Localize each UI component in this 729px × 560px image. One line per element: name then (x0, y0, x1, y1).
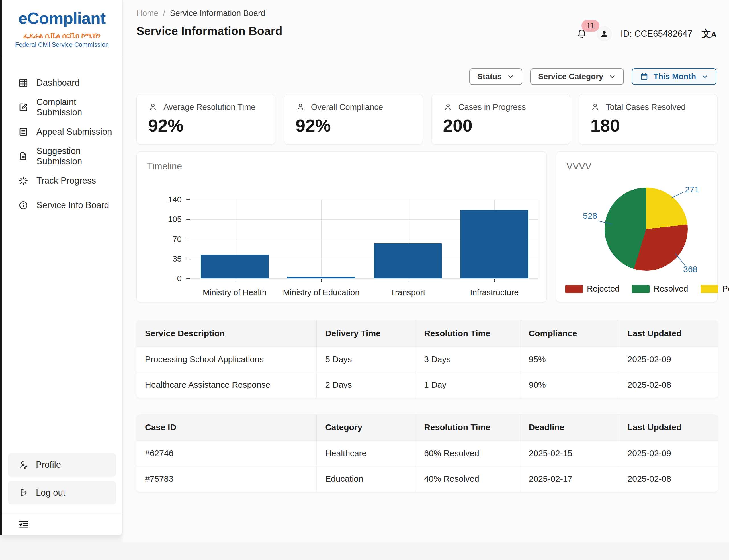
sidebar-item-label: Suggestion Submission (36, 146, 122, 167)
column-header: Deadline (520, 414, 619, 440)
table-cell: 2025-02-15 (520, 440, 619, 466)
breadcrumb: Home / Service Information Board (136, 9, 265, 18)
logout-label: Log out (36, 488, 65, 498)
avatar[interactable] (597, 26, 612, 41)
sidebar-item-appeal-submission[interactable]: Appeal Submission (2, 120, 122, 144)
chevron-down-icon (609, 73, 616, 80)
sidebar-item-label: Appeal Submission (36, 127, 112, 137)
sidebar-item-label: Complaint Submission (36, 97, 122, 118)
x-axis-category-label: Ministry of Education (283, 288, 359, 297)
table-cell: 90% (520, 372, 619, 398)
page-title: Service Information Board (136, 24, 282, 38)
translate-icon[interactable]: 文A (701, 27, 716, 40)
table-cell: 60% Resolved (415, 440, 520, 466)
pie-callout-pending: 271 (685, 185, 699, 194)
table-cell: #75783 (136, 466, 317, 492)
logout-button[interactable]: Log out (8, 481, 116, 504)
pie-chart-title: VVVV (566, 161, 591, 172)
category-filter-dropdown[interactable]: Service Category (530, 68, 624, 85)
stat-card-total-cases-resolved: Total Cases Resolved 180 (579, 94, 718, 145)
sidebar-footer: Profile Log out (8, 449, 116, 504)
bar-chart-plot: 03570105140Ministry of HealthMinistry of… (191, 200, 538, 278)
sidebar-item-label: Service Info Board (36, 200, 109, 210)
sidebar-item-dashboard[interactable]: Dashboard (2, 71, 122, 95)
notifications-button[interactable]: 11 (576, 26, 588, 42)
table-cell: Processing School Applications (136, 346, 317, 372)
legend-label: Resolved (654, 284, 688, 294)
table-cell: 95% (520, 346, 619, 372)
app-name: eCompliant (2, 9, 122, 28)
profile-label: Profile (36, 460, 61, 470)
stat-value: 92% (296, 115, 411, 136)
user-id: ID: CCE65482647 (621, 29, 693, 39)
sidebar-item-label: Dashboard (36, 78, 80, 88)
stat-label: Cases in Progress (458, 102, 526, 112)
table-cell: 2025-02-08 (619, 372, 718, 398)
legend-item: Resolved (632, 284, 688, 294)
person-outline-icon (148, 102, 158, 112)
x-axis-category-label: Transport (390, 288, 425, 297)
legend-label: Rejected (587, 284, 619, 294)
legend-label: Pending (722, 284, 729, 294)
y-axis-tick-label: 105 (168, 215, 182, 224)
info-icon (18, 200, 28, 210)
topbar-actions: 11 ID: CCE65482647 文A (576, 26, 716, 42)
notification-badge: 11 (581, 20, 599, 32)
stat-label: Overall Compliance (311, 102, 383, 112)
sidebar-item-track-progress[interactable]: Track Progress (2, 169, 122, 193)
translate-glyph: 文 (701, 28, 711, 39)
x-axis-tick-mark (408, 279, 408, 282)
cases-table-header: Case IDCategoryResolution TimeDeadlineLa… (136, 414, 718, 440)
stat-card-average-resolution-time: Average Resolution Time 92% (136, 94, 275, 145)
table-cell: Healthcare (317, 440, 415, 466)
sidebar-collapse-button[interactable] (2, 514, 122, 535)
stat-label: Average Resolution Time (163, 102, 255, 112)
status-filter-dropdown[interactable]: Status (469, 68, 522, 85)
sidebar-item-complaint-submission[interactable]: Complaint Submission (2, 95, 122, 120)
x-axis-category-label: Infrastructure (470, 288, 519, 297)
stat-value: 180 (590, 115, 706, 136)
document-icon (18, 151, 28, 161)
table-cell: 1 Day (415, 372, 520, 398)
x-axis-category-label: Ministry of Health (203, 288, 267, 297)
sidebar-nav: Dashboard Complaint Submission Appeal Su… (2, 57, 122, 218)
table-cell: 3 Days (415, 346, 520, 372)
table-row[interactable]: #62746Healthcare60% Resolved2025-02-1520… (136, 440, 718, 466)
profile-button[interactable]: Profile (8, 453, 116, 477)
sidebar-item-suggestion-submission[interactable]: Suggestion Submission (2, 144, 122, 169)
table-row[interactable]: #75783Education40% Resolved2025-02-17202… (136, 466, 718, 492)
table-cell: 5 Days (317, 346, 415, 372)
window-edge (0, 0, 2, 535)
legend-item: Pending (701, 284, 729, 294)
status-filter-label: Status (477, 72, 502, 81)
x-axis-tick-mark (321, 279, 322, 282)
column-header: Service Description (136, 320, 317, 346)
date-range-dropdown[interactable]: This Month (632, 68, 716, 85)
status-pie-chart: VVVV 271 528 368 RejectedResolvedPending (556, 151, 718, 302)
sidebar-item-service-info-board[interactable]: Service Info Board (2, 193, 122, 218)
y-axis-tick-mark (186, 259, 190, 259)
table-row[interactable]: Processing School Applications5 Days3 Da… (136, 346, 718, 372)
person-icon (599, 29, 609, 39)
indent-decrease-icon (18, 519, 30, 531)
table-cell: Healthcare Assistance Response (136, 372, 317, 398)
x-axis-tick-mark (494, 279, 495, 282)
table-row[interactable]: Healthcare Assistance Response2 Days1 Da… (136, 372, 718, 398)
service-table-header: Service DescriptionDelivery TimeResoluti… (136, 320, 718, 346)
chevron-down-icon (507, 73, 514, 80)
column-header: Last Updated (619, 320, 718, 346)
y-axis-tick-label: 35 (173, 254, 182, 263)
grid-icon (18, 78, 28, 88)
breadcrumb-home[interactable]: Home (136, 9, 158, 18)
table-cell: 2025-02-08 (619, 466, 718, 492)
table-cell: Education (317, 466, 415, 492)
table-cell: #62746 (136, 440, 317, 466)
sidebar-item-label: Track Progress (36, 176, 96, 186)
pie-callout-resolved: 528 (583, 211, 597, 221)
bar-chart-title: Timeline (147, 161, 182, 172)
table-cell: 2025-02-09 (619, 346, 718, 372)
logout-icon (19, 488, 28, 498)
table-cell: 40% Resolved (415, 466, 520, 492)
category-filter-label: Service Category (538, 72, 603, 81)
stat-cards-row: Average Resolution Time 92% Overall Comp… (136, 94, 718, 145)
